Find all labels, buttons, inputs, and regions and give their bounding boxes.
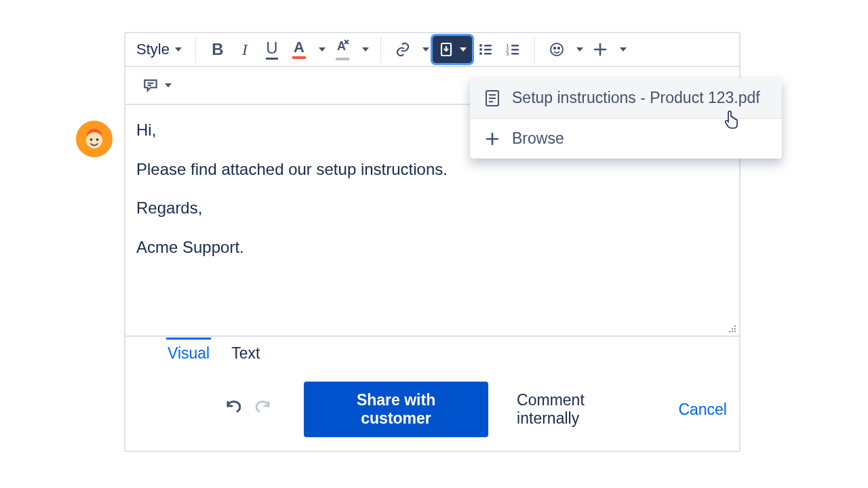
text-color-dropdown[interactable] — [313, 36, 329, 63]
separator — [380, 36, 381, 63]
attachment-button[interactable] — [433, 36, 472, 63]
canned-response-button[interactable] — [136, 72, 177, 99]
svg-point-12 — [479, 52, 482, 55]
svg-rect-11 — [484, 49, 492, 50]
insert-button[interactable] — [587, 36, 614, 63]
chevron-down-icon — [175, 47, 182, 52]
underline-button[interactable]: U — [258, 36, 285, 63]
editor-mode-tabs: Visual Text — [125, 336, 739, 371]
resize-handle-icon[interactable] — [726, 322, 736, 333]
svg-text:3: 3 — [506, 51, 509, 57]
svg-point-30 — [729, 331, 730, 332]
redo-button[interactable] — [252, 399, 273, 420]
link-button[interactable] — [389, 36, 416, 63]
plus-icon — [484, 132, 501, 146]
comment-internally-button[interactable]: Comment internally — [517, 391, 650, 428]
svg-point-31 — [732, 331, 733, 332]
italic-button[interactable]: I — [231, 36, 258, 63]
insert-dropdown[interactable] — [614, 36, 630, 63]
bold-button[interactable]: B — [204, 36, 231, 63]
svg-rect-15 — [511, 45, 519, 46]
bullet-list-button[interactable] — [472, 36, 499, 63]
tab-text[interactable]: Text — [230, 338, 261, 371]
emoji-button[interactable] — [543, 36, 570, 63]
numbered-list-button[interactable]: 123 — [499, 36, 526, 63]
svg-rect-13 — [484, 53, 492, 54]
body-line: Regards, — [136, 197, 728, 220]
emoji-dropdown[interactable] — [570, 36, 587, 63]
svg-text:A: A — [337, 39, 346, 53]
svg-point-3 — [96, 138, 99, 141]
style-dropdown[interactable]: Style — [131, 36, 187, 63]
svg-point-20 — [551, 43, 563, 56]
text-color-button[interactable]: A — [285, 36, 313, 63]
svg-point-22 — [558, 47, 559, 49]
clear-formatting-dropdown[interactable] — [356, 36, 372, 63]
chevron-down-icon — [165, 83, 172, 87]
chevron-down-icon — [460, 47, 467, 52]
document-icon — [484, 89, 501, 107]
avatar — [76, 121, 113, 157]
svg-point-21 — [554, 47, 555, 49]
style-label: Style — [136, 41, 170, 58]
tab-visual[interactable]: Visual — [166, 338, 211, 371]
svg-point-1 — [86, 132, 102, 148]
attachment-dropdown: Setup instructions - Product 123.pdf Bro… — [470, 78, 782, 159]
chevron-down-icon — [620, 47, 627, 52]
attachment-file-name: Setup instructions - Product 123.pdf — [512, 89, 760, 107]
chevron-down-icon — [319, 47, 326, 52]
undo-button[interactable] — [224, 399, 244, 420]
chevron-down-icon — [576, 47, 583, 52]
separator — [195, 36, 196, 63]
svg-point-28 — [732, 328, 733, 329]
svg-rect-19 — [511, 53, 519, 54]
link-dropdown[interactable] — [416, 36, 433, 63]
svg-point-10 — [479, 48, 482, 51]
svg-point-27 — [734, 325, 736, 327]
share-button[interactable]: Share with customer — [304, 382, 488, 437]
svg-point-2 — [90, 138, 93, 141]
toolbar: Style B I U A A — [125, 33, 739, 67]
body-line: Acme Support. — [136, 236, 728, 259]
browse-item[interactable]: Browse — [470, 118, 782, 159]
svg-point-32 — [734, 331, 736, 332]
svg-point-29 — [734, 328, 736, 329]
clear-formatting-button[interactable]: A — [329, 36, 356, 63]
body-line: Please find attached our setup instructi… — [136, 158, 728, 181]
browse-label: Browse — [512, 129, 564, 148]
attachment-file-item[interactable]: Setup instructions - Product 123.pdf — [470, 78, 782, 118]
chevron-down-icon — [422, 47, 429, 52]
svg-point-8 — [479, 44, 482, 47]
svg-rect-9 — [484, 45, 492, 46]
chevron-down-icon — [362, 47, 369, 52]
svg-rect-17 — [511, 49, 519, 50]
action-bar: Share with customer Comment internally C… — [125, 371, 739, 451]
separator — [534, 36, 535, 63]
cancel-button[interactable]: Cancel — [678, 401, 727, 419]
